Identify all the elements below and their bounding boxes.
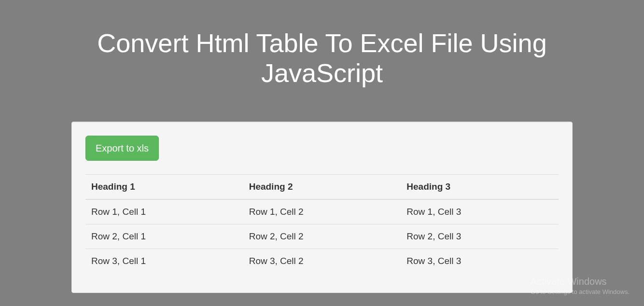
table-cell: Row 3, Cell 1 <box>85 249 243 274</box>
table-header-cell: Heading 1 <box>85 175 243 200</box>
data-table: Heading 1 Heading 2 Heading 3 Row 1, Cel… <box>85 174 559 273</box>
table-row: Row 1, Cell 1 Row 1, Cell 2 Row 1, Cell … <box>85 199 559 224</box>
table-cell: Row 2, Cell 3 <box>401 224 559 249</box>
table-cell: Row 1, Cell 2 <box>243 199 401 224</box>
table-row: Row 2, Cell 1 Row 2, Cell 2 Row 2, Cell … <box>85 224 559 249</box>
table-cell: Row 2, Cell 1 <box>85 224 243 249</box>
content-panel: Export to xls Heading 1 Heading 2 Headin… <box>71 122 573 293</box>
table-header-row: Heading 1 Heading 2 Heading 3 <box>85 175 559 200</box>
table-cell: Row 3, Cell 2 <box>243 249 401 274</box>
export-button[interactable]: Export to xls <box>85 136 159 161</box>
table-cell: Row 1, Cell 1 <box>85 199 243 224</box>
table-cell: Row 1, Cell 3 <box>401 199 559 224</box>
windows-activation-watermark: Activate Windows Go to Settings to activ… <box>531 276 630 295</box>
watermark-subtitle: Go to Settings to activate Windows. <box>531 288 630 295</box>
table-row: Row 3, Cell 1 Row 3, Cell 2 Row 3, Cell … <box>85 249 559 274</box>
table-cell: Row 3, Cell 3 <box>401 249 559 274</box>
watermark-title: Activate Windows <box>531 276 630 287</box>
table-cell: Row 2, Cell 2 <box>243 224 401 249</box>
table-header-cell: Heading 2 <box>243 175 401 200</box>
table-header-cell: Heading 3 <box>401 175 559 200</box>
page-title: Convert Html Table To Excel File Using J… <box>71 0 573 107</box>
